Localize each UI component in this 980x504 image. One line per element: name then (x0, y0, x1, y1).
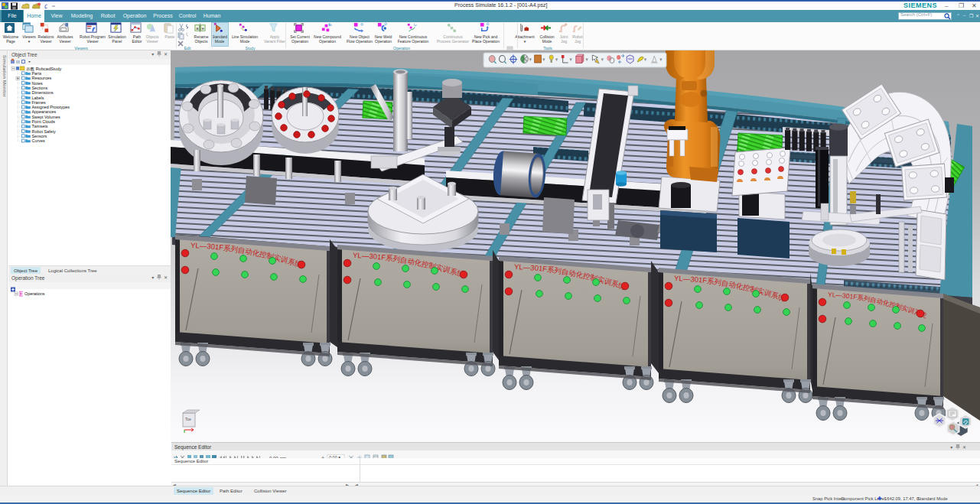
svg-text:Notes: Notes (32, 81, 43, 86)
svg-text:Robot Safety: Robot Safety (32, 129, 56, 134)
svg-text:e: e (202, 26, 204, 31)
svg-text:Swept Volumes: Swept Volumes (32, 115, 60, 119)
svg-text:Point Clouds: Point Clouds (32, 119, 56, 124)
svg-text:Sections: Sections (32, 86, 48, 90)
svg-text:Curves: Curves (32, 138, 45, 143)
svg-text:Parts: Parts (32, 71, 42, 76)
svg-text:Tce: Tce (185, 417, 191, 421)
svg-text:Frames: Frames (32, 100, 47, 105)
svg-text:Labels: Labels (32, 96, 44, 100)
svg-text:Appearances: Appearances (32, 109, 57, 114)
svg-text:Twinsets: Twinsets (32, 124, 48, 128)
svg-text:Assigned Prototypes: Assigned Prototypes (32, 105, 70, 109)
svg-text:Sensors: Sensors (32, 134, 47, 138)
svg-text:Operations: Operations (24, 291, 45, 296)
svg-text:Resources: Resources (32, 76, 52, 80)
svg-text:Dimensions: Dimensions (32, 90, 54, 95)
